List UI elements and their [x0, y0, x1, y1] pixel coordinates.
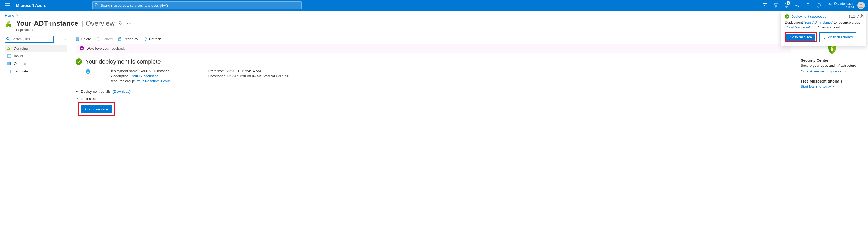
tutorials-title: Free Microsoft tutorials	[801, 79, 863, 83]
toast-body: Deployment 'Your-ADT-instance' to resour…	[785, 20, 862, 30]
global-search-wrap	[92, 1, 302, 9]
svg-point-5	[817, 3, 820, 7]
svg-rect-25	[831, 48, 833, 51]
refresh-button[interactable]: Refresh	[144, 37, 161, 41]
megaphone-icon: ✦	[80, 46, 84, 51]
security-center-sub: Secure your apps and infrastructure	[801, 64, 863, 68]
sidebar-item-label: Inputs	[14, 54, 23, 58]
sidebar-item-overview[interactable]: Overview	[5, 45, 67, 52]
tutorials-link[interactable]: Start learning today >	[801, 85, 863, 89]
deployment-name-label: Deployment name:	[110, 69, 138, 73]
feedback-bar[interactable]: ✦ We'd love your feedback! →	[75, 44, 791, 53]
sidebar-search-input[interactable]	[5, 36, 54, 43]
correlation-id-label: Correlation ID:	[208, 74, 231, 78]
svg-line-16	[8, 39, 10, 40]
notification-badge: 2	[786, 1, 790, 5]
resource-type-icon	[85, 69, 91, 83]
success-check-icon	[75, 58, 82, 65]
security-center-link[interactable]: Go to Azure security center >	[801, 69, 863, 73]
user-org: CONTOSO	[842, 6, 855, 9]
next-steps-toggle[interactable]: Next steps	[75, 95, 791, 102]
sidebar-item-label: Overview	[14, 46, 28, 51]
toast-title[interactable]: Deployment succeeded	[791, 15, 846, 19]
security-center-title: Security Center	[801, 58, 863, 62]
svg-point-0	[95, 3, 97, 6]
notifications-icon[interactable]: 2	[781, 0, 792, 11]
top-bar: Microsoft Azure 2 user@contoso.com CONTO…	[0, 0, 868, 11]
deployment-blade-icon	[5, 19, 13, 28]
subscription-link[interactable]: Your-Subscription	[131, 74, 158, 78]
inputs-icon	[7, 54, 11, 58]
svg-rect-10	[8, 23, 11, 27]
feedback-text: We'd love your feedback!	[87, 46, 125, 51]
search-icon	[95, 3, 98, 7]
collapse-sidebar-icon[interactable]: «	[65, 37, 67, 41]
toast-deployment-link[interactable]: Your-ADT-instance	[804, 21, 832, 24]
next-steps-label: Next steps	[81, 97, 97, 101]
status-heading: Your deployment is complete	[85, 58, 161, 65]
svg-rect-17	[7, 49, 8, 51]
breadcrumb: Home >	[0, 11, 868, 19]
deployment-details-toggle[interactable]: Deployment details (Download)	[75, 88, 791, 95]
sidebar-item-label: Template	[14, 69, 28, 73]
go-to-resource-highlight: Go to resource	[78, 102, 115, 116]
svg-rect-19	[8, 46, 9, 48]
right-pane: Security Center Secure your apps and inf…	[796, 36, 868, 143]
svg-point-13	[129, 23, 129, 24]
start-time-label: Start time:	[208, 69, 224, 73]
download-link[interactable]: (Download)	[113, 90, 130, 94]
command-bar: Delete Cancel Redeploy Refresh	[75, 36, 791, 44]
page-title: Your-ADT-instance | Overview	[16, 19, 115, 28]
svg-point-15	[6, 37, 9, 40]
feedback-icon[interactable]	[813, 0, 824, 11]
chevron-down-icon	[75, 90, 79, 93]
sidebar-item-inputs[interactable]: Inputs	[5, 52, 67, 60]
resource-group-label: Resource group:	[110, 79, 135, 83]
main-area: « Overview Inputs Outputs Template	[0, 36, 868, 143]
svg-point-4	[808, 7, 808, 7]
resource-group-link[interactable]: Your-Resource-Group	[137, 79, 171, 83]
svg-line-1	[97, 6, 98, 7]
settings-icon[interactable]	[792, 0, 803, 11]
svg-rect-18	[9, 48, 10, 51]
page-subtitle: Deployment	[0, 28, 868, 36]
notification-toast: ✕ Deployment succeeded 11:24 AM Deployme…	[781, 11, 866, 46]
sidebar-item-template[interactable]: Template	[5, 67, 67, 75]
close-icon[interactable]: ✕	[860, 13, 865, 18]
redeploy-button[interactable]: Redeploy	[118, 37, 138, 41]
template-icon	[7, 69, 11, 73]
svg-point-8	[860, 4, 862, 5]
toast-go-to-resource-button[interactable]: Go to resource	[786, 34, 815, 41]
go-to-resource-button[interactable]: Go to resource	[81, 105, 112, 113]
more-commands-icon[interactable]	[126, 22, 132, 25]
breadcrumb-home[interactable]: Home	[5, 13, 14, 18]
toast-pin-to-dashboard-button[interactable]: Pin to dashboard	[819, 32, 857, 42]
toast-rg-link[interactable]: Your-Resource-Group	[785, 26, 818, 29]
pin-icon	[823, 36, 826, 39]
start-time-value: 6/2/2021, 11:24:14 AM	[226, 69, 261, 73]
correlation-id-value: A1bC2dE3fH4iJ5kL6mN7oP8qR9sT0u	[232, 74, 292, 78]
global-search-input[interactable]	[92, 1, 302, 9]
pin-icon[interactable]	[117, 20, 123, 27]
arrow-right-icon: →	[129, 46, 133, 51]
help-icon[interactable]	[803, 0, 813, 11]
search-icon	[6, 37, 10, 41]
sidebar-item-label: Outputs	[14, 62, 26, 66]
title-section: | Overview	[80, 19, 115, 27]
success-check-icon	[785, 14, 789, 19]
svg-rect-9	[6, 24, 8, 27]
avatar[interactable]	[857, 2, 865, 9]
hamburger-menu-icon[interactable]	[2, 0, 13, 11]
brand-label[interactable]: Microsoft Azure	[13, 3, 50, 8]
sidebar-item-outputs[interactable]: Outputs	[5, 60, 67, 67]
delete-button[interactable]: Delete	[75, 37, 91, 41]
cloud-shell-icon[interactable]	[760, 0, 770, 11]
user-block[interactable]: user@contoso.com CONTOSO	[824, 2, 857, 9]
deployment-summary: Deployment name: Your-ADT-instance Subsc…	[85, 69, 791, 83]
deployment-details-label: Deployment details	[81, 90, 111, 94]
toast-go-to-resource-highlight: Go to resource	[785, 32, 817, 42]
topbar-icons: 2	[760, 0, 824, 11]
directory-filter-icon[interactable]	[770, 0, 781, 11]
status-row: Your deployment is complete	[75, 58, 791, 65]
overview-icon	[7, 46, 11, 51]
